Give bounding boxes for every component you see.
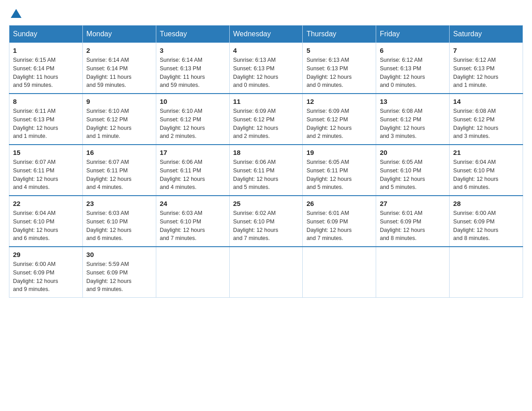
week-row-4: 22 Sunrise: 6:04 AMSunset: 6:10 PMDaylig… xyxy=(9,196,523,247)
day-cell: 12 Sunrise: 6:09 AMSunset: 6:12 PMDaylig… xyxy=(303,94,376,145)
day-cell: 17 Sunrise: 6:06 AMSunset: 6:11 PMDaylig… xyxy=(156,145,229,196)
logo xyxy=(9,9,21,16)
day-cell: 19 Sunrise: 6:05 AMSunset: 6:11 PMDaylig… xyxy=(303,145,376,196)
day-number: 3 xyxy=(160,47,226,54)
day-number: 25 xyxy=(233,200,299,207)
day-cell: 4 Sunrise: 6:13 AMSunset: 6:13 PMDayligh… xyxy=(229,43,303,94)
day-cell: 24 Sunrise: 6:03 AMSunset: 6:10 PMDaylig… xyxy=(156,196,229,247)
day-cell xyxy=(229,247,303,298)
day-info: Sunrise: 6:12 AMSunset: 6:13 PMDaylight:… xyxy=(380,56,446,90)
day-number: 4 xyxy=(233,47,299,54)
day-info: Sunrise: 6:07 AMSunset: 6:11 PMDaylight:… xyxy=(13,158,79,192)
day-info: Sunrise: 6:12 AMSunset: 6:13 PMDaylight:… xyxy=(453,56,519,90)
day-info: Sunrise: 6:00 AMSunset: 6:09 PMDaylight:… xyxy=(13,260,79,294)
week-row-2: 8 Sunrise: 6:11 AMSunset: 6:13 PMDayligh… xyxy=(9,94,523,145)
day-number: 18 xyxy=(233,149,299,156)
week-row-1: 1 Sunrise: 6:15 AMSunset: 6:14 PMDayligh… xyxy=(9,43,523,94)
logo-icon xyxy=(11,9,21,18)
day-cell: 16 Sunrise: 6:07 AMSunset: 6:11 PMDaylig… xyxy=(82,145,156,196)
day-cell: 13 Sunrise: 6:08 AMSunset: 6:12 PMDaylig… xyxy=(376,94,450,145)
day-cell: 3 Sunrise: 6:14 AMSunset: 6:13 PMDayligh… xyxy=(156,43,229,94)
day-number: 24 xyxy=(160,200,226,207)
day-info: Sunrise: 6:14 AMSunset: 6:14 PMDaylight:… xyxy=(86,56,152,90)
day-info: Sunrise: 6:00 AMSunset: 6:09 PMDaylight:… xyxy=(453,209,519,243)
day-number: 6 xyxy=(380,47,446,54)
day-cell: 5 Sunrise: 6:13 AMSunset: 6:13 PMDayligh… xyxy=(303,43,376,94)
day-cell: 11 Sunrise: 6:09 AMSunset: 6:12 PMDaylig… xyxy=(229,94,303,145)
day-cell: 8 Sunrise: 6:11 AMSunset: 6:13 PMDayligh… xyxy=(9,94,83,145)
day-cell: 7 Sunrise: 6:12 AMSunset: 6:13 PMDayligh… xyxy=(450,43,523,94)
day-info: Sunrise: 6:09 AMSunset: 6:12 PMDaylight:… xyxy=(306,107,372,141)
calendar-table: SundayMondayTuesdayWednesdayThursdayFrid… xyxy=(9,25,523,298)
day-info: Sunrise: 6:13 AMSunset: 6:13 PMDaylight:… xyxy=(306,56,372,90)
day-number: 13 xyxy=(380,98,446,105)
day-info: Sunrise: 6:01 AMSunset: 6:09 PMDaylight:… xyxy=(380,209,446,243)
day-number: 27 xyxy=(380,200,446,207)
day-info: Sunrise: 6:09 AMSunset: 6:12 PMDaylight:… xyxy=(233,107,299,141)
day-number: 17 xyxy=(160,149,226,156)
day-cell xyxy=(303,247,376,298)
day-info: Sunrise: 6:05 AMSunset: 6:11 PMDaylight:… xyxy=(306,158,372,192)
day-info: Sunrise: 6:14 AMSunset: 6:13 PMDaylight:… xyxy=(160,56,226,90)
day-number: 29 xyxy=(13,251,79,258)
day-number: 20 xyxy=(380,149,446,156)
day-number: 15 xyxy=(13,149,79,156)
day-number: 12 xyxy=(306,98,372,105)
weekday-header-sunday: Sunday xyxy=(9,26,83,43)
day-info: Sunrise: 6:03 AMSunset: 6:10 PMDaylight:… xyxy=(160,209,226,243)
day-number: 9 xyxy=(86,98,152,105)
day-cell: 9 Sunrise: 6:10 AMSunset: 6:12 PMDayligh… xyxy=(82,94,156,145)
day-cell: 22 Sunrise: 6:04 AMSunset: 6:10 PMDaylig… xyxy=(9,196,83,247)
svg-marker-0 xyxy=(11,9,21,18)
day-number: 22 xyxy=(13,200,79,207)
day-number: 1 xyxy=(13,47,79,54)
day-number: 2 xyxy=(86,47,152,54)
day-cell: 21 Sunrise: 6:04 AMSunset: 6:10 PMDaylig… xyxy=(450,145,523,196)
day-number: 7 xyxy=(453,47,519,54)
day-info: Sunrise: 6:02 AMSunset: 6:10 PMDaylight:… xyxy=(233,209,299,243)
day-cell: 26 Sunrise: 6:01 AMSunset: 6:09 PMDaylig… xyxy=(303,196,376,247)
day-number: 28 xyxy=(453,200,519,207)
weekday-header-saturday: Saturday xyxy=(450,26,523,43)
day-number: 23 xyxy=(86,200,152,207)
weekday-header-row: SundayMondayTuesdayWednesdayThursdayFrid… xyxy=(9,26,523,43)
day-info: Sunrise: 6:15 AMSunset: 6:14 PMDaylight:… xyxy=(13,56,79,90)
day-cell: 23 Sunrise: 6:03 AMSunset: 6:10 PMDaylig… xyxy=(82,196,156,247)
day-info: Sunrise: 6:06 AMSunset: 6:11 PMDaylight:… xyxy=(233,158,299,192)
day-info: Sunrise: 6:01 AMSunset: 6:09 PMDaylight:… xyxy=(306,209,372,243)
weekday-header-wednesday: Wednesday xyxy=(229,26,303,43)
day-info: Sunrise: 6:04 AMSunset: 6:10 PMDaylight:… xyxy=(453,158,519,192)
day-info: Sunrise: 6:13 AMSunset: 6:13 PMDaylight:… xyxy=(233,56,299,90)
day-cell: 1 Sunrise: 6:15 AMSunset: 6:14 PMDayligh… xyxy=(9,43,83,94)
page-header xyxy=(9,9,523,16)
day-cell xyxy=(376,247,450,298)
day-number: 8 xyxy=(13,98,79,105)
day-info: Sunrise: 6:07 AMSunset: 6:11 PMDaylight:… xyxy=(86,158,152,192)
day-info: Sunrise: 6:03 AMSunset: 6:10 PMDaylight:… xyxy=(86,209,152,243)
day-number: 19 xyxy=(306,149,372,156)
day-number: 11 xyxy=(233,98,299,105)
day-cell: 14 Sunrise: 6:08 AMSunset: 6:12 PMDaylig… xyxy=(450,94,523,145)
weekday-header-tuesday: Tuesday xyxy=(156,26,229,43)
day-cell: 25 Sunrise: 6:02 AMSunset: 6:10 PMDaylig… xyxy=(229,196,303,247)
weekday-header-monday: Monday xyxy=(82,26,156,43)
day-cell: 20 Sunrise: 6:05 AMSunset: 6:10 PMDaylig… xyxy=(376,145,450,196)
day-info: Sunrise: 6:06 AMSunset: 6:11 PMDaylight:… xyxy=(160,158,226,192)
weekday-header-thursday: Thursday xyxy=(303,26,376,43)
day-cell: 15 Sunrise: 6:07 AMSunset: 6:11 PMDaylig… xyxy=(9,145,83,196)
day-cell: 29 Sunrise: 6:00 AMSunset: 6:09 PMDaylig… xyxy=(9,247,83,298)
day-cell: 27 Sunrise: 6:01 AMSunset: 6:09 PMDaylig… xyxy=(376,196,450,247)
day-number: 30 xyxy=(86,251,152,258)
day-cell: 10 Sunrise: 6:10 AMSunset: 6:12 PMDaylig… xyxy=(156,94,229,145)
day-cell: 28 Sunrise: 6:00 AMSunset: 6:09 PMDaylig… xyxy=(450,196,523,247)
day-cell xyxy=(156,247,229,298)
day-info: Sunrise: 6:11 AMSunset: 6:13 PMDaylight:… xyxy=(13,107,79,141)
day-info: Sunrise: 6:08 AMSunset: 6:12 PMDaylight:… xyxy=(453,107,519,141)
day-cell: 18 Sunrise: 6:06 AMSunset: 6:11 PMDaylig… xyxy=(229,145,303,196)
day-cell: 2 Sunrise: 6:14 AMSunset: 6:14 PMDayligh… xyxy=(82,43,156,94)
day-number: 26 xyxy=(306,200,372,207)
day-number: 10 xyxy=(160,98,226,105)
day-info: Sunrise: 5:59 AMSunset: 6:09 PMDaylight:… xyxy=(86,260,152,294)
day-info: Sunrise: 6:08 AMSunset: 6:12 PMDaylight:… xyxy=(380,107,446,141)
day-number: 21 xyxy=(453,149,519,156)
